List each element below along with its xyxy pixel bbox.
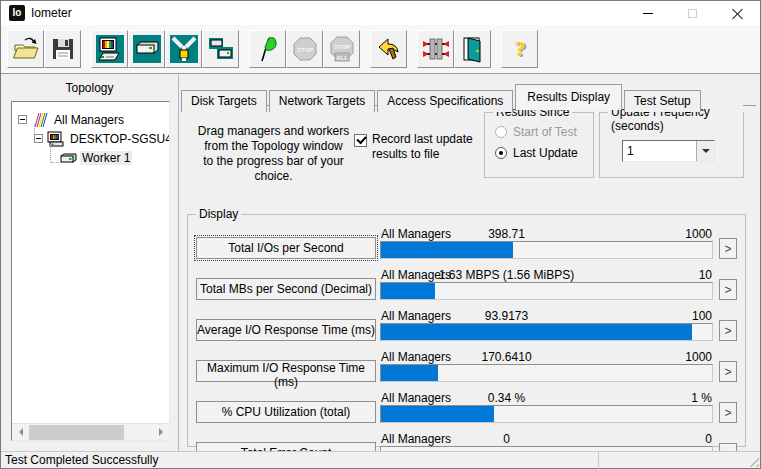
toolbar: STOP STOP ALL — [1, 25, 760, 74]
start-tests-button[interactable] — [249, 30, 286, 68]
tab-disk-targets[interactable]: Disk Targets — [181, 90, 267, 112]
progress-bar-track — [380, 241, 713, 259]
expand-result-button[interactable]: > — [719, 279, 737, 300]
status-bar: Test Completed Successfully — [1, 451, 760, 468]
window-title: Iometer — [31, 6, 625, 20]
metric-row: Total I/Os per Second All Managers 398.7… — [196, 225, 737, 259]
tree-item-label: All Managers — [52, 113, 126, 127]
expand-result-button[interactable]: > — [719, 361, 737, 382]
stop-test-button[interactable]: STOP — [286, 30, 323, 68]
open-file-button[interactable] — [7, 30, 44, 68]
manager-computer-icon — [96, 35, 124, 63]
drag-instructions: Drag managers and workers from the Topol… — [191, 124, 356, 184]
status-separator — [598, 452, 599, 469]
metric-button[interactable]: Total I/Os per Second — [196, 237, 376, 259]
bar-scope-label: All Managers — [381, 432, 451, 446]
radio-icon — [495, 126, 507, 138]
bar-max-label: 100 — [692, 309, 712, 323]
new-manager-button[interactable] — [91, 30, 128, 68]
radio-label: Start of Test — [513, 125, 577, 139]
results-display-page: Drag managers and workers from the Topol… — [181, 105, 756, 451]
record-checkbox-label: Record last update results to file — [372, 132, 473, 162]
progress-bar-track — [380, 282, 713, 300]
scroll-left-button[interactable] — [12, 424, 29, 441]
progress-bar-track — [380, 364, 713, 382]
app-icon: Io — [9, 5, 25, 21]
radio-start-of-test: Start of Test — [495, 125, 593, 139]
help-button[interactable]: ? ? — [501, 30, 538, 68]
collapse-box-icon[interactable] — [18, 115, 27, 124]
save-file-button[interactable] — [44, 30, 81, 68]
bar-max-label: 10 — [699, 268, 712, 282]
stop-sign-icon: STOP — [291, 35, 319, 63]
close-icon — [732, 8, 743, 19]
bar-max-label: 1000 — [685, 227, 712, 241]
dropdown-button[interactable] — [696, 141, 714, 161]
duplicate-worker-button[interactable] — [202, 30, 239, 68]
green-flag-icon — [254, 35, 282, 63]
minimize-button[interactable] — [625, 1, 670, 25]
title-bar: Io Iometer — [1, 0, 760, 25]
expand-result-button[interactable]: > — [719, 402, 737, 423]
progress-bar-area[interactable]: All Managers 170.6410 1000 — [380, 350, 713, 382]
progress-bar-area[interactable]: All Managers 0.34 % 1 % — [380, 391, 713, 423]
close-button[interactable] — [715, 1, 760, 25]
update-frequency-value: 1 — [623, 141, 696, 161]
disconnect-worker-button[interactable] — [417, 30, 454, 68]
tree-item-label: DESKTOP-SGSU4 — [68, 132, 169, 146]
expand-result-button[interactable]: > — [719, 238, 737, 259]
metric-button[interactable]: Maximum I/O Response Time (ms) — [196, 360, 376, 382]
expand-result-button[interactable]: > — [719, 320, 737, 341]
update-frequency-select[interactable]: 1 — [622, 140, 715, 162]
results-since-group: Results Since Start of Test Last Update — [484, 112, 594, 178]
tab-access-specifications[interactable]: Access Specifications — [377, 90, 513, 112]
exit-button[interactable] — [454, 30, 491, 68]
tree-item-worker[interactable]: Worker 1 — [12, 148, 169, 167]
radio-last-update[interactable]: Last Update — [495, 146, 593, 160]
reset-arrow-icon — [375, 35, 403, 63]
tab-strip: Disk Targets Network Targets Access Spec… — [179, 84, 760, 110]
tab-network-targets[interactable]: Network Targets — [269, 90, 375, 112]
scroll-right-button[interactable] — [152, 424, 169, 441]
display-group: Display Total I/Os per Second All Manage… — [187, 214, 746, 447]
open-folder-icon — [12, 35, 40, 63]
bar-max-label: 1 % — [691, 391, 712, 405]
iometer-window: Io Iometer — [0, 0, 761, 469]
tree-item-all-managers[interactable]: All Managers — [12, 110, 169, 129]
maximize-button[interactable] — [670, 1, 715, 25]
checkbox-checked-icon[interactable] — [354, 134, 367, 147]
new-network-worker-button[interactable] — [165, 30, 202, 68]
progress-bar-fill — [381, 242, 513, 258]
progress-bar-fill — [381, 283, 435, 299]
tree-horizontal-scrollbar[interactable] — [12, 423, 169, 440]
new-disk-worker-button[interactable] — [128, 30, 165, 68]
scrollbar-thumb[interactable] — [29, 425, 124, 440]
collapse-box-icon[interactable] — [34, 134, 43, 143]
reset-workers-button[interactable] — [370, 30, 407, 68]
progress-bar-area[interactable]: All Managers 398.71 1000 — [380, 227, 713, 259]
radio-selected-icon[interactable] — [495, 147, 507, 159]
metric-button[interactable]: % CPU Utilization (total) — [196, 401, 376, 423]
maximize-icon — [688, 9, 697, 18]
bar-value-label: 0.34 % — [488, 391, 525, 405]
scroll-left-icon — [19, 428, 23, 436]
topology-panel: Topology All Managers — [1, 75, 179, 451]
save-floppy-icon — [49, 35, 77, 63]
progress-bar-area[interactable]: All Managers 93.9173 100 — [380, 309, 713, 341]
tab-test-setup[interactable]: Test Setup — [624, 90, 701, 112]
bar-value-label: 1.63 MBPS (1.56 MiBPS) — [439, 268, 574, 282]
metric-button[interactable]: Total MBs per Second (Decimal) — [196, 278, 376, 300]
tab-results-display[interactable]: Results Display — [515, 84, 622, 110]
progress-bar-area[interactable]: All Managers 1.63 MBPS (1.56 MiBPS) 10 — [380, 268, 713, 300]
stop-all-tests-button[interactable]: STOP ALL — [323, 30, 360, 68]
metric-button[interactable]: Average I/O Response Time (ms) — [196, 319, 376, 341]
topology-tree: All Managers DESKTOP-SGSU4 — [11, 101, 170, 441]
display-rows: Total I/Os per Second All Managers 398.7… — [196, 225, 737, 469]
network-worker-icon — [170, 35, 198, 63]
record-last-update-checkbox[interactable]: Record last update results to file — [354, 132, 473, 162]
copy-worker-icon — [207, 35, 235, 63]
disconnect-bars-icon — [422, 35, 450, 63]
resize-grip[interactable] — [746, 454, 759, 467]
bar-scope-label: All Managers — [381, 309, 451, 323]
tree-item-manager[interactable]: DESKTOP-SGSU4 — [12, 129, 169, 148]
